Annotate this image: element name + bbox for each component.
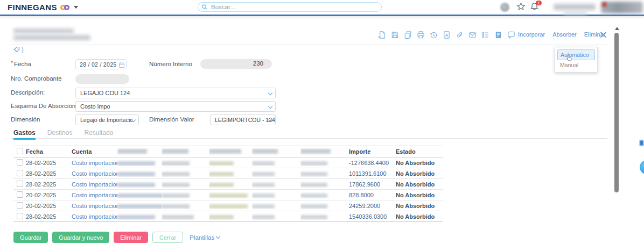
star-icon[interactable]: [516, 2, 526, 13]
redacted-cell: [252, 161, 275, 166]
redacted-cell: [300, 183, 327, 187]
tab-gastos[interactable]: Gastos: [13, 129, 36, 140]
cell-importe: 828.8000: [349, 192, 396, 198]
row-checkbox[interactable]: [17, 191, 23, 198]
redacted-page-title-line2: [13, 35, 90, 40]
copy-icon[interactable]: [404, 31, 412, 39]
redacted-cell: [117, 161, 155, 166]
row-checkbox[interactable]: [17, 170, 23, 176]
cell-fecha: 28-02-2025: [26, 181, 72, 188]
dimension-select[interactable]: Legajo de Importacic: [75, 114, 139, 125]
tab-resultado[interactable]: Resultado: [84, 129, 113, 140]
scrollbar-thumb[interactable]: [614, 33, 619, 192]
redacted-app-icon[interactable]: [500, 3, 509, 12]
guardar-button[interactable]: Guardar: [13, 232, 48, 243]
table-row[interactable]: 20-02-2025 Costo importacion 24259.2000 …: [13, 200, 443, 211]
col-header-cuenta[interactable]: Cuenta: [72, 148, 117, 155]
redacted-cell: [162, 215, 194, 219]
cell-estado: No Absorbido: [396, 192, 443, 198]
tab-destinos[interactable]: Destinos: [47, 129, 73, 140]
esquema-label: Esquema De Absorción:: [11, 103, 77, 109]
redacted-cell: [300, 215, 327, 219]
cell-importe: 24259.2000: [349, 203, 396, 209]
select-all-checkbox[interactable]: [17, 148, 23, 154]
topbar: FINNEGANS 1: [0, 0, 644, 16]
attachment-icon[interactable]: [456, 31, 464, 39]
export-document-icon[interactable]: A: [443, 31, 451, 39]
redacted-cell: [300, 193, 327, 198]
tag-icon[interactable]: [13, 46, 20, 53]
tags-row[interactable]: ): [13, 46, 24, 53]
cell-estado: No Absorbido: [396, 181, 443, 188]
col-header-fecha[interactable]: Fecha: [26, 148, 72, 155]
checklist-icon[interactable]: [481, 31, 489, 39]
table-row[interactable]: 20-02-2025 Costo importacion 828.8000 No…: [13, 190, 443, 200]
chevron-down-icon: [216, 234, 220, 239]
close-icon[interactable]: [599, 31, 607, 39]
col-header-importe[interactable]: Importe: [349, 148, 396, 155]
redacted-cell: [162, 172, 190, 176]
chevron-down-icon: [268, 91, 272, 95]
brand[interactable]: FINNEGANS: [8, 3, 78, 12]
comment-icon[interactable]: [507, 31, 515, 39]
tags-paren: ): [22, 46, 24, 53]
dimension-valor-select[interactable]: LEGIMPORTCOU - 124: [210, 114, 276, 125]
row-checkbox[interactable]: [17, 181, 23, 187]
help-floating-button[interactable]: [640, 160, 644, 174]
esquema-select[interactable]: Costo impo: [75, 101, 276, 112]
search-input[interactable]: [210, 3, 378, 11]
guardar-y-nuevo-button[interactable]: Guardar y nuevo: [52, 232, 109, 243]
save-icon[interactable]: [391, 31, 399, 39]
redacted-cell: [117, 183, 155, 187]
calendar-icon[interactable]: [118, 61, 125, 70]
brand-menu-caret-icon[interactable]: [74, 6, 78, 9]
cell-fecha: 20-02-2025: [26, 203, 72, 209]
history-icon[interactable]: [430, 31, 438, 39]
redacted-company-selector[interactable]: [601, 2, 643, 13]
row-checkbox[interactable]: [17, 159, 23, 166]
print-icon[interactable]: [417, 31, 425, 39]
descripcion-select[interactable]: LEGAJO COU 124: [75, 88, 276, 98]
cell-cuenta: Costo importacion: [72, 170, 117, 177]
plantillas-dropdown[interactable]: Plantillas: [190, 234, 220, 241]
cell-estado: No Absorbido: [396, 213, 443, 220]
redacted-cell: [209, 215, 234, 219]
table-row[interactable]: 28-02-2025 Costo importacion 1011391.610…: [13, 168, 443, 179]
row-checkbox[interactable]: [17, 202, 23, 209]
absorber-menu-item-manual[interactable]: Manual: [557, 60, 595, 70]
cerrar-button[interactable]: Cerrar: [152, 232, 183, 243]
redacted-user-name[interactable]: [554, 4, 596, 10]
footer-buttons: GuardarGuardar y nuevoEliminarCerrar: [13, 232, 183, 243]
absorber-button[interactable]: Absorber: [552, 31, 577, 38]
col-header-estado[interactable]: Estado: [396, 148, 443, 155]
redacted-cell: [252, 183, 275, 187]
notification-badge: 1: [536, 1, 542, 5]
scrollbar-up-arrow[interactable]: [615, 27, 619, 30]
tabs: GastosDestinosResultado: [13, 129, 113, 140]
table-header-row: Fecha Cuenta Importe Estado: [13, 146, 443, 157]
table-row[interactable]: 28-02-2025 Costo importacion 1540336.030…: [13, 211, 443, 221]
cell-estado: No Absorbido: [396, 160, 443, 166]
redacted-cell: [300, 161, 327, 166]
cell-importe: -1276638.4400: [349, 160, 396, 166]
table-row[interactable]: 28-02-2025 Costo importacion -1276638.44…: [13, 157, 443, 168]
redacted-cell: [209, 193, 248, 198]
svg-text:A: A: [445, 32, 449, 37]
dimension-valor-label: Dimensión Valor: [149, 116, 194, 123]
eliminar-button[interactable]: Eliminar: [114, 232, 148, 243]
redacted-page-title-line1: [13, 28, 74, 33]
email-icon[interactable]: [468, 31, 477, 39]
brand-name: FINNEGANS: [8, 3, 57, 12]
redacted-column-header: [117, 149, 147, 154]
table-row[interactable]: 28-02-2025 Costo importacion 17862.9600 …: [13, 179, 443, 190]
redacted-column-header: [252, 149, 278, 154]
notes-icon[interactable]: [494, 31, 502, 39]
row-checkbox[interactable]: [17, 213, 23, 219]
chevron-down-icon: [268, 104, 272, 109]
cell-importe: 1540336.0300: [349, 213, 396, 220]
redacted-column-header: [300, 149, 331, 154]
absorber-menu-item-automatico[interactable]: Automático: [557, 49, 595, 60]
redacted-cell: [117, 204, 162, 209]
incorporar-button[interactable]: Incorporar: [518, 31, 545, 38]
new-document-icon[interactable]: [378, 31, 386, 39]
